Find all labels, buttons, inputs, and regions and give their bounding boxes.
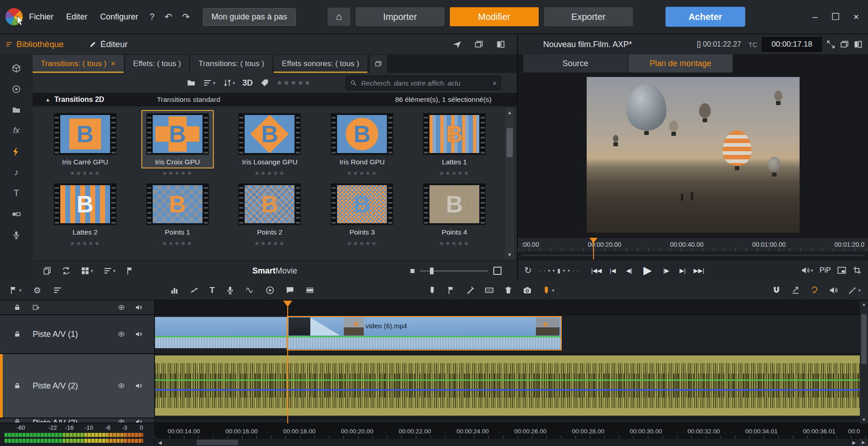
library-title[interactable]: Bibliothèque [16, 39, 64, 49]
tab-source[interactable]: Source [523, 54, 627, 72]
buy-button[interactable]: Acheter [665, 7, 745, 27]
filter-3d-button[interactable]: 3D [242, 78, 253, 88]
rating-stars[interactable]: ★★★★★ [347, 240, 377, 247]
preview-scrub-bar[interactable] [518, 251, 868, 259]
nav-importer-button[interactable]: Importer [356, 7, 444, 26]
shuttle-control[interactable]: · · ▪ ▪ ▮ ▪ ▪ · · [539, 267, 579, 274]
sidebar-item-effects[interactable]: fx [4, 121, 29, 140]
voiceover-icon[interactable] [226, 286, 235, 295]
dual-view-icon[interactable] [854, 40, 863, 49]
track-3-name[interactable]: Piste A/V (3) [33, 418, 78, 423]
title-editor-icon[interactable]: T [210, 285, 215, 295]
guide-button[interactable]: Mon guide pas à pas [203, 8, 296, 26]
scrollbar-thumb[interactable] [861, 314, 867, 364]
speaker-mute-icon[interactable] [135, 382, 142, 389]
scrollbar-corner[interactable]: ▶ [859, 439, 868, 446]
undo-icon[interactable]: ↶ [159, 11, 177, 22]
go-to-start-button[interactable]: |◀◀ [589, 264, 604, 277]
menu-configurer[interactable]: Configurer [94, 12, 145, 22]
sidebar-item-sound-effects[interactable] [4, 225, 29, 245]
keyframe-icon[interactable] [190, 286, 199, 295]
magic-wand-icon[interactable]: ▾ [848, 286, 861, 295]
nav-modifier-button[interactable]: Modifier [450, 7, 539, 26]
marker-icon[interactable] [447, 286, 456, 295]
audio-monitor-icon[interactable] [829, 286, 838, 295]
timeline-playhead[interactable] [287, 301, 288, 423]
transition-item-points-2[interactable]: B Points 2 ★★★★★ [233, 180, 306, 247]
close-button[interactable]: × [854, 11, 859, 22]
collapse-arrow-icon[interactable]: ▲ [45, 97, 50, 102]
thumbnail-view-icon[interactable]: ▾ [81, 266, 93, 275]
copy-icon[interactable] [43, 266, 52, 275]
scroll-down-icon[interactable]: ▼ [862, 416, 866, 423]
transition-item-iris-losange[interactable]: B Iris Losange GPU ★★★★★ [233, 110, 306, 177]
rating-stars[interactable]: ★★★★★ [439, 240, 470, 247]
rating-stars[interactable]: ★★★★★ [254, 240, 285, 247]
lock-all-icon[interactable] [14, 304, 21, 311]
scrollbar-track[interactable] [165, 439, 849, 446]
minimize-button[interactable]: – [812, 11, 818, 22]
snapshot-camera-icon[interactable] [523, 286, 532, 295]
detach-preview-icon[interactable] [840, 40, 849, 49]
rating-stars[interactable]: ★★★★★ [162, 170, 193, 177]
view-options-icon[interactable]: ▾ [203, 78, 216, 87]
speaker-mute-icon[interactable] [135, 304, 142, 311]
speaker-mute-icon[interactable] [135, 418, 142, 423]
library-scrollbar[interactable]: ▲ ▼ [505, 108, 514, 259]
motion-tracking-icon[interactable] [265, 286, 275, 295]
home-button[interactable]: ⌂ [328, 8, 350, 26]
volume-line-blue[interactable] [155, 389, 860, 391]
loop-button[interactable]: ↻ [524, 265, 532, 276]
nav-exporter-button[interactable]: Exporter [544, 7, 633, 26]
scroll-up-icon[interactable]: ▲ [862, 301, 866, 308]
transition-item-lattes-1[interactable]: B Lattes 1 ★★★★★ [418, 110, 491, 177]
keyframe-line-green[interactable] [155, 379, 860, 381]
eye-visibility-icon[interactable] [118, 382, 125, 389]
trim-mode-icon[interactable] [791, 286, 800, 295]
track-1-name[interactable]: Piste A/V (1) [33, 330, 78, 339]
clear-search-icon[interactable]: × [492, 79, 497, 87]
next-clip-button[interactable]: ▶| [675, 264, 690, 277]
tags-icon[interactable] [260, 78, 269, 87]
rating-stars[interactable]: ★★★★★ [439, 170, 470, 177]
tab-close-icon[interactable]: × [111, 59, 116, 68]
track-2-header[interactable]: Piste A/V (2) [0, 354, 155, 417]
crop-icon[interactable] [853, 266, 862, 275]
zoom-out-icon[interactable] [410, 269, 415, 273]
razor-split-icon[interactable] [466, 286, 475, 295]
scrollbar-thumb[interactable] [197, 440, 238, 445]
rating-stars[interactable]: ★★★★★ [347, 170, 377, 177]
redo-icon[interactable]: ↷ [177, 11, 195, 22]
transition-item-iris-croix[interactable]: B Iris Croix GPU ★★★★★ [141, 110, 214, 177]
rating-stars[interactable]: ★★★★★ [254, 170, 285, 177]
track-3-lane[interactable] [155, 418, 860, 422]
smartmovie-button[interactable]: SmartMovie [252, 266, 297, 276]
pip-label[interactable]: PiP [820, 266, 831, 274]
rating-stars[interactable]: ★★★★★ [70, 170, 101, 177]
group-header[interactable]: ▲ Transitions 2D Transitions standard 86… [33, 93, 517, 106]
tab-transitions-tous-1[interactable]: Transitions: ( tous ) × [33, 55, 124, 73]
menu-editer[interactable]: Editer [60, 12, 94, 22]
browse-folder-icon[interactable] [187, 78, 196, 87]
volume-button[interactable]: ▾ [801, 266, 814, 275]
step-back-button[interactable]: ◀| [622, 264, 637, 277]
send-to-player-icon[interactable] [453, 40, 462, 49]
add-marker-icon[interactable] [428, 286, 437, 295]
speaker-mute-icon[interactable] [135, 331, 142, 338]
sync-icon[interactable] [62, 266, 71, 275]
go-to-end-button[interactable]: ▶▶| [692, 264, 706, 277]
lock-icon[interactable] [14, 331, 21, 338]
play-button[interactable]: ▶ [638, 264, 657, 277]
timeline-settings-gear-icon[interactable]: ⚙ [34, 285, 41, 296]
zoom-slider[interactable] [420, 270, 488, 272]
audio-ducking-ear-icon[interactable] [810, 286, 819, 295]
video-clip-segment[interactable] [155, 317, 287, 350]
rating-stars[interactable]: ★★★★★ [70, 240, 101, 247]
sidebar-item-montage[interactable] [4, 204, 29, 224]
keyboard-shortcut-icon[interactable] [485, 286, 494, 295]
list-view-icon[interactable]: ▾ [103, 266, 116, 275]
preview-timeline-ruler[interactable]: :00.00 00:00:20.00 00:00:40.00 00:01:00.… [518, 237, 868, 251]
timecode-display[interactable]: 00:00:17.18 [762, 37, 822, 52]
track-3-header[interactable]: Piste A/V (3) [0, 418, 155, 422]
sidebar-item-music[interactable]: ♪ [4, 163, 29, 182]
